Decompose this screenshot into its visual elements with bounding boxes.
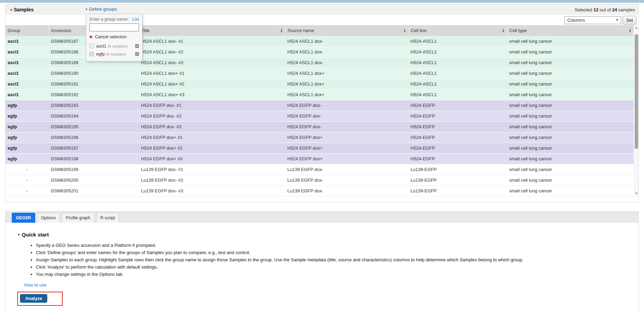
- table-row[interactable]: ascl1GSM8305192H524 ASCL1 dox+ #3H524 AS…: [6, 89, 634, 100]
- cell-source-name: Lu139 EGFP dox-: [285, 175, 408, 185]
- cell-cell-line: Lu139-EGFP: [408, 175, 507, 185]
- scroll-up-icon[interactable]: ▲: [634, 25, 638, 30]
- cell-source-name: H524 EGFP dox-: [285, 100, 408, 111]
- cell-title: H524 ASCL1 dox+ #3: [139, 89, 285, 100]
- analyze-button[interactable]: Analyze: [20, 294, 47, 303]
- cell-source-name: H524 ASCL1 dox-: [285, 47, 408, 57]
- cell-title: H524 ASCL1 dox- #1: [139, 36, 285, 47]
- how-to-use-link[interactable]: How to use: [24, 282, 47, 288]
- cell-cell-type: small cell lung cancer: [507, 68, 634, 79]
- sort-icon[interactable]: [404, 29, 406, 33]
- cell-accession: GSM8305198: [49, 153, 139, 164]
- sort-icon[interactable]: [629, 29, 631, 33]
- group-checkbox[interactable]: [89, 52, 94, 56]
- group-name-input[interactable]: [89, 23, 139, 31]
- table-row[interactable]: egfpGSM8305196H524 EGFP dox+ #1H524 EGFP…: [6, 132, 634, 143]
- cell-cell-line: Lu139-EGFP: [408, 185, 507, 196]
- cell-title: Lu139 EGFP dox- #3: [139, 185, 285, 196]
- tab-profile-graph[interactable]: Profile graph: [62, 213, 95, 223]
- column-header-source-name[interactable]: Source name: [285, 25, 408, 36]
- cell-source-name: H524 ASCL1 dox+: [285, 68, 408, 79]
- cell-accession: GSM8305194: [49, 111, 139, 121]
- red-x-icon: ✖: [89, 35, 92, 39]
- cell-source-name: H524 ASCL1 dox-: [285, 36, 408, 47]
- cell-accession: GSM8305200: [49, 175, 139, 185]
- cell-source-name: H524 EGFP dox+: [285, 143, 408, 153]
- total-count: 24: [612, 7, 617, 12]
- table-row[interactable]: ascl1GSM8305191H524 ASCL1 dox+ #2H524 AS…: [6, 79, 634, 89]
- cell-group: ascl1: [6, 47, 49, 57]
- table-row[interactable]: egfpGSM8305193H524 EGFP dox- #1H524 EGFP…: [6, 100, 634, 111]
- table-row[interactable]: -GSM8305200Lu139 EGFP dox- #2Lu139 EGFP …: [6, 175, 634, 185]
- quick-start-bullet: You may change settings in the Options t…: [36, 271, 638, 278]
- table-row[interactable]: egfpGSM8305197H524 EGFP dox+ #2H524 EGFP…: [6, 143, 634, 153]
- quick-start-toggle[interactable]: ▾ Quick start: [18, 232, 638, 238]
- cell-cell-line: H524-EGFP: [408, 121, 507, 132]
- cell-title: H524 EGFP dox+ #2: [139, 143, 285, 153]
- sort-icon[interactable]: [280, 29, 283, 33]
- tab-geo2r[interactable]: GEO2R: [12, 213, 35, 223]
- group-checkbox[interactable]: [89, 44, 94, 48]
- cell-cell-type: small cell lung cancer: [507, 153, 634, 164]
- cell-cell-line: H524-ASCL1: [408, 47, 507, 57]
- define-groups-popup: Enter a group name: List ✖ Cancel select…: [86, 14, 142, 61]
- selected-summary: Selected 12 out of 24 samples: [575, 7, 635, 12]
- cell-cell-type: small cell lung cancer: [507, 164, 634, 175]
- group-list: ascl1(6 samples)✕egfp(6 samples)✕: [89, 42, 139, 58]
- cell-group: ascl1: [6, 68, 49, 79]
- cell-cell-line: H524-EGFP: [408, 100, 507, 111]
- sort-icon[interactable]: [502, 29, 504, 33]
- cell-cell-type: small cell lung cancer: [507, 185, 634, 196]
- cell-cell-type: small cell lung cancer: [507, 121, 634, 132]
- samples-panel: ▾ Samples ▾ Define groups Selected 12 ou…: [5, 4, 639, 202]
- cell-cell-type: small cell lung cancer: [507, 175, 634, 185]
- cell-cell-type: small cell lung cancer: [507, 89, 634, 100]
- list-link[interactable]: List: [132, 17, 139, 22]
- cell-accession: GSM8305196: [49, 132, 139, 143]
- column-header-title[interactable]: Title: [139, 25, 285, 36]
- table-row[interactable]: -GSM8305201Lu139 EGFP dox- #3Lu139 EGFP …: [6, 185, 634, 196]
- cell-cell-line: H524-EGFP: [408, 143, 507, 153]
- tab-r-script[interactable]: R script: [96, 213, 119, 223]
- cancel-selection-button[interactable]: ✖ Cancel selection: [89, 34, 139, 39]
- tab-options[interactable]: Options: [37, 213, 60, 223]
- cell-title: H524 ASCL1 dox- #2: [139, 47, 285, 57]
- cell-accession: GSM8305195: [49, 121, 139, 132]
- set-button[interactable]: Set: [623, 16, 636, 24]
- group-name: egfp: [96, 52, 105, 57]
- cell-title: H524 ASCL1 dox- #3: [139, 57, 285, 68]
- quick-start-bullet: Click 'Analyze' to perform the calculati…: [36, 264, 638, 270]
- group-count: (6 samples): [106, 52, 126, 56]
- cell-group: ascl1: [6, 57, 49, 68]
- column-header-cell-type[interactable]: Cell type: [507, 25, 634, 36]
- cell-accession: GSM8305190: [49, 68, 139, 79]
- cell-accession: GSM8305193: [49, 100, 139, 111]
- group-row-egfp[interactable]: egfp(6 samples)✕: [89, 50, 139, 58]
- cell-cell-type: small cell lung cancer: [507, 36, 634, 47]
- cell-source-name: H524 ASCL1 dox+: [285, 89, 408, 100]
- group-row-ascl1[interactable]: ascl1(6 samples)✕: [89, 42, 139, 50]
- table-row[interactable]: -GSM8305199Lu139 EGFP dox- #1Lu139 EGFP …: [6, 164, 634, 175]
- table-row[interactable]: egfpGSM8305194H524 EGFP dox- #2H524 EGFP…: [6, 111, 634, 121]
- table-row[interactable]: ascl1GSM8305190H524 ASCL1 dox+ #1H524 AS…: [6, 68, 634, 79]
- cell-title: H524 EGFP dox- #1: [139, 100, 285, 111]
- column-header-cell-line[interactable]: Cell line: [408, 25, 507, 36]
- table-row[interactable]: egfpGSM8305198H524 EGFP dox+ #3H524 EGFP…: [6, 153, 634, 164]
- columns-dropdown[interactable]: Columns ▼: [564, 16, 621, 24]
- remove-group-icon[interactable]: ✕: [135, 44, 139, 48]
- cell-source-name: H524 EGFP dox-: [285, 121, 408, 132]
- quick-start-bullet: Specify a GEO Series accession and a Pla…: [36, 242, 638, 249]
- cell-cell-line: H524-ASCL1: [408, 57, 507, 68]
- cell-cell-type: small cell lung cancer: [507, 100, 634, 111]
- cell-source-name: H524 ASCL1 dox+: [285, 79, 408, 89]
- cell-group: ascl1: [6, 79, 49, 89]
- table-row[interactable]: egfpGSM8305195H524 EGFP dox- #3H524 EGFP…: [6, 121, 634, 132]
- collapse-triangle-icon: ▾: [10, 8, 12, 12]
- samples-section-toggle[interactable]: ▾ Samples: [10, 7, 34, 12]
- group-name-prompt: Enter a group name:: [89, 17, 129, 22]
- scroll-down-icon[interactable]: ▼: [634, 191, 638, 196]
- remove-group-icon[interactable]: ✕: [135, 52, 139, 56]
- scrollbar-thumb[interactable]: [635, 34, 638, 149]
- define-groups-toggle[interactable]: ▾ Define groups: [86, 7, 117, 12]
- quick-start-section: ▾ Quick start Specify a GEO Series acces…: [6, 223, 638, 306]
